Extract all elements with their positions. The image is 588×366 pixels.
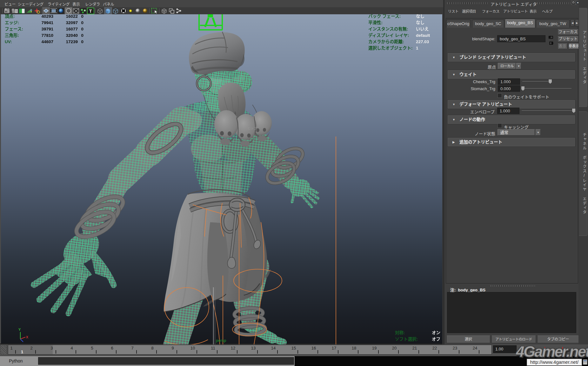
svg-text:44607: 44607 [41, 39, 53, 44]
svg-text:default: default [416, 33, 430, 38]
svg-text:17239: 17239 [66, 39, 78, 44]
svg-text:オン: オン [432, 330, 440, 335]
svg-text:T: T [89, 8, 92, 14]
svg-text:ソフト選択:: ソフト選択: [395, 336, 418, 342]
svg-text:1: 1 [416, 46, 418, 50]
svg-text:いいえ: いいえ [416, 27, 429, 31]
svg-text:0: 0 [81, 14, 84, 19]
svg-text:ディスプレイ レイヤ:: ディスプレイ レイヤ: [368, 33, 409, 38]
svg-text:32040: 32040 [66, 33, 78, 38]
svg-text:エッジ:: エッジ: [5, 20, 19, 25]
svg-text:X: X [26, 335, 29, 339]
svg-text:カメラからの距離:: カメラからの距離: [368, 39, 404, 44]
svg-text:Y: Y [18, 328, 21, 331]
svg-text:16022: 16022 [66, 14, 78, 19]
svg-text:16077: 16077 [66, 27, 78, 31]
svg-text:0: 0 [81, 33, 84, 38]
svg-text:UV:: UV: [5, 39, 12, 44]
svg-text:なし: なし [416, 14, 424, 19]
svg-text:0: 0 [81, 20, 84, 25]
svg-text:40293: 40293 [41, 14, 53, 19]
svg-text:227.03: 227.03 [416, 39, 429, 44]
svg-text:インスタンスの有無:: インスタンスの有無: [368, 26, 408, 31]
svg-text:32097: 32097 [66, 20, 78, 25]
svg-text:77810: 77810 [41, 33, 53, 38]
svg-text:ヒップ: ヒップ [247, 127, 257, 130]
svg-text:バック フェース:: バック フェース: [368, 14, 401, 19]
svg-text:79941: 79941 [41, 20, 53, 25]
svg-text:39791: 39791 [41, 27, 53, 31]
svg-text:0: 0 [81, 39, 84, 44]
svg-text:選択したオブジェクト:: 選択したオブジェクト: [368, 45, 413, 50]
svg-text:三角形:: 三角形: [5, 33, 19, 38]
svg-text:persp: persp [216, 338, 226, 343]
svg-text:フェース:: フェース: [5, 27, 23, 31]
svg-text:なし: なし [416, 20, 424, 25]
svg-text:平滑性:: 平滑性: [368, 20, 383, 25]
svg-text:0: 0 [81, 27, 84, 31]
svg-text:対称:: 対称: [395, 330, 405, 335]
svg-text:オフ: オフ [432, 337, 440, 342]
svg-text:頂点:: 頂点: [5, 14, 15, 19]
